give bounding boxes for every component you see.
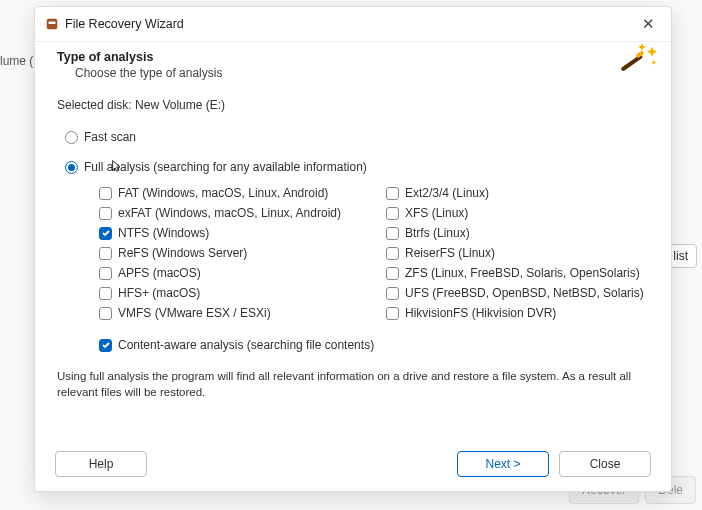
fs-ufs-checkbox[interactable]: UFS (FreeBSD, OpenBSD, NetBSD, Solaris): [386, 286, 649, 300]
fast-scan-radio[interactable]: Fast scan: [65, 130, 641, 144]
fs-label: ZFS (Linux, FreeBSD, Solaris, OpenSolari…: [405, 266, 640, 280]
fs-label: Btrfs (Linux): [405, 226, 470, 240]
checkbox-icon: [99, 267, 112, 280]
wizard-header: Type of analysis Choose the type of anal…: [35, 42, 671, 90]
wizard-wand-icon: [617, 42, 657, 78]
page-subtitle: Choose the type of analysis: [75, 66, 649, 80]
selected-disk-label: Selected disk: New Volume (E:): [57, 98, 649, 112]
fs-refs-checkbox[interactable]: ReFS (Windows Server): [99, 246, 362, 260]
svg-marker-2: [647, 47, 657, 57]
fs-ext-checkbox[interactable]: Ext2/3/4 (Linux): [386, 186, 649, 200]
radio-icon: [65, 131, 78, 144]
fs-hikvision-checkbox[interactable]: HikvisionFS (Hikvision DVR): [386, 306, 649, 320]
fs-reiserfs-checkbox[interactable]: ReiserFS (Linux): [386, 246, 649, 260]
close-button[interactable]: Close: [559, 451, 651, 477]
wizard-footer: Help Next > Close: [35, 441, 671, 491]
fs-ntfs-checkbox[interactable]: NTFS (Windows): [99, 226, 362, 240]
fs-zfs-checkbox[interactable]: ZFS (Linux, FreeBSD, Solaris, OpenSolari…: [386, 266, 649, 280]
checkbox-icon: [99, 187, 112, 200]
fs-vmfs-checkbox[interactable]: VMFS (VMware ESX / ESXi): [99, 306, 362, 320]
analysis-note: Using full analysis the program will fin…: [57, 368, 649, 400]
fs-label: UFS (FreeBSD, OpenBSD, NetBSD, Solaris): [405, 286, 644, 300]
content-aware-checkbox[interactable]: Content-aware analysis (searching file c…: [99, 338, 649, 352]
checkbox-icon: [99, 247, 112, 260]
content-aware-label: Content-aware analysis (searching file c…: [118, 338, 374, 352]
fs-hfs-checkbox[interactable]: HFS+ (macOS): [99, 286, 362, 300]
checkbox-icon: [386, 287, 399, 300]
svg-marker-3: [638, 43, 646, 51]
fs-label: FAT (Windows, macOS, Linux, Android): [118, 186, 328, 200]
fs-label: VMFS (VMware ESX / ESXi): [118, 306, 271, 320]
svg-marker-4: [651, 60, 656, 65]
fs-label: Ext2/3/4 (Linux): [405, 186, 489, 200]
checkbox-icon: [99, 307, 112, 320]
fs-label: ReFS (Windows Server): [118, 246, 247, 260]
fs-label: ReiserFS (Linux): [405, 246, 495, 260]
fs-label: NTFS (Windows): [118, 226, 209, 240]
fs-xfs-checkbox[interactable]: XFS (Linux): [386, 206, 649, 220]
next-button[interactable]: Next >: [457, 451, 549, 477]
checkbox-icon: [386, 247, 399, 260]
svg-rect-1: [49, 21, 56, 24]
filesystem-grid: FAT (Windows, macOS, Linux, Android) Ext…: [99, 186, 649, 320]
checkbox-icon: [99, 207, 112, 220]
window-title: File Recovery Wizard: [65, 17, 636, 31]
checkbox-icon: [386, 227, 399, 240]
fs-exfat-checkbox[interactable]: exFAT (Windows, macOS, Linux, Android): [99, 206, 362, 220]
checkbox-icon: [386, 187, 399, 200]
fs-label: HFS+ (macOS): [118, 286, 200, 300]
wizard-body: Selected disk: New Volume (E:) Fast scan…: [35, 90, 671, 441]
fast-scan-label: Fast scan: [84, 130, 136, 144]
fs-fat-checkbox[interactable]: FAT (Windows, macOS, Linux, Android): [99, 186, 362, 200]
wizard-dialog: File Recovery Wizard ✕ Type of analysis …: [34, 6, 672, 492]
fs-label: XFS (Linux): [405, 206, 468, 220]
radio-icon: [65, 161, 78, 174]
titlebar: File Recovery Wizard ✕: [35, 7, 671, 42]
checkbox-icon: [99, 339, 112, 352]
fs-label: HikvisionFS (Hikvision DVR): [405, 306, 556, 320]
full-analysis-radio[interactable]: Full analysis (searching for any availab…: [65, 160, 641, 174]
close-icon[interactable]: ✕: [636, 13, 661, 35]
checkbox-icon: [99, 227, 112, 240]
checkbox-icon: [99, 287, 112, 300]
checkbox-icon: [386, 307, 399, 320]
fs-label: exFAT (Windows, macOS, Linux, Android): [118, 206, 341, 220]
help-button[interactable]: Help: [55, 451, 147, 477]
checkbox-icon: [386, 267, 399, 280]
app-icon: [45, 17, 59, 31]
fs-apfs-checkbox[interactable]: APFS (macOS): [99, 266, 362, 280]
fs-label: APFS (macOS): [118, 266, 201, 280]
checkbox-icon: [386, 207, 399, 220]
page-title: Type of analysis: [57, 50, 649, 64]
full-analysis-label: Full analysis (searching for any availab…: [84, 160, 367, 174]
fs-btrfs-checkbox[interactable]: Btrfs (Linux): [386, 226, 649, 240]
